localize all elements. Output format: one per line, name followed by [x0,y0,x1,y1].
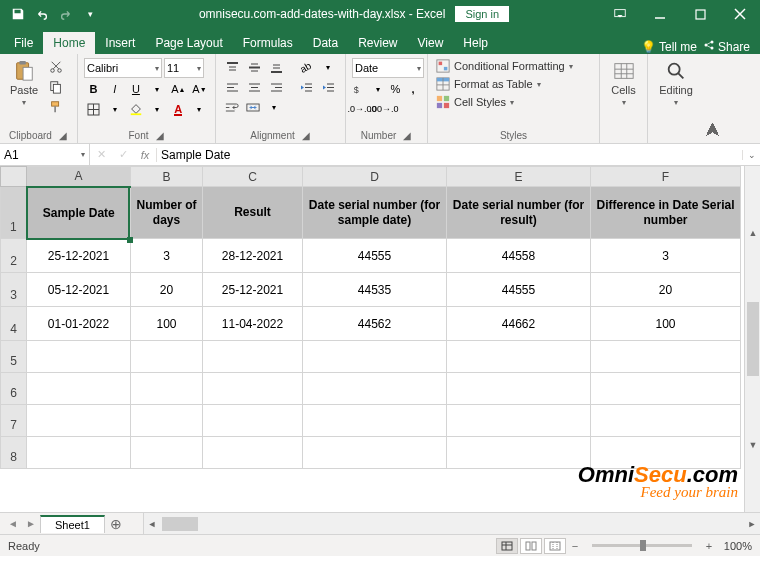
chevron-down-icon[interactable]: ▾ [318,58,338,76]
page-layout-view-button[interactable] [520,538,542,554]
row-header-8[interactable]: 8 [1,437,27,469]
row-header-7[interactable]: 7 [1,405,27,437]
cell-A3[interactable]: 05-12-2021 [27,273,131,307]
col-header-A[interactable]: A [27,167,131,187]
tab-nav-prev[interactable]: ◄ [4,518,22,529]
cell-C3[interactable]: 25-12-2021 [203,273,303,307]
vertical-scrollbar[interactable]: ▲ ▼ [744,166,760,512]
chevron-down-icon[interactable]: ▾ [264,98,284,116]
zoom-value[interactable]: 100% [724,540,752,552]
merge-center-icon[interactable] [244,98,262,116]
tab-view[interactable]: View [408,32,454,54]
save-icon[interactable] [8,4,28,24]
cell-E1[interactable]: Date serial number (for result) [447,187,591,239]
tell-me-button[interactable]: 💡 Tell me [641,40,697,54]
cells-button[interactable]: Cells ▾ [606,56,641,107]
cell-A4[interactable]: 01-01-2022 [27,307,131,341]
enter-formula-icon[interactable]: ✓ [112,148,134,161]
cell-D4[interactable]: 44562 [303,307,447,341]
tab-insert[interactable]: Insert [95,32,145,54]
row-header-6[interactable]: 6 [1,373,27,405]
row-header-4[interactable]: 4 [1,307,27,341]
name-box[interactable]: ▾ [0,144,90,165]
page-break-view-button[interactable] [544,538,566,554]
tab-page-layout[interactable]: Page Layout [145,32,232,54]
scroll-left-icon[interactable]: ◄ [144,513,160,534]
align-top-icon[interactable] [222,58,242,76]
cell-C2[interactable]: 28-12-2021 [203,239,303,273]
cell-B4[interactable]: 100 [131,307,203,341]
bold-button[interactable]: B [84,80,103,98]
col-header-D[interactable]: D [303,167,447,187]
wrap-text-icon[interactable] [222,98,242,116]
spreadsheet-grid[interactable]: A B C D E F 1 Sample Date Number of days… [0,166,741,469]
format-as-table-button[interactable]: Format as Table▾ [434,76,593,92]
ribbon-options-icon[interactable] [600,0,640,28]
align-center-icon[interactable] [244,78,264,96]
tab-file[interactable]: File [4,32,43,54]
paste-button[interactable]: Paste ▾ [6,56,42,107]
zoom-out-button[interactable]: − [568,540,582,552]
col-header-E[interactable]: E [447,167,591,187]
cell-B2[interactable]: 3 [131,239,203,273]
cancel-formula-icon[interactable]: ✕ [90,148,112,161]
expand-formula-bar-icon[interactable]: ⌄ [742,150,760,160]
cell-B3[interactable]: 20 [131,273,203,307]
col-header-B[interactable]: B [131,167,203,187]
cell-A5[interactable] [27,341,131,373]
row-header-3[interactable]: 3 [1,273,27,307]
font-dialog-launcher[interactable]: ◢ [155,131,165,141]
row-header-2[interactable]: 2 [1,239,27,273]
number-format-combo[interactable]: Date▾ [352,58,424,78]
font-size-combo[interactable]: 11▾ [164,58,204,78]
underline-button[interactable]: U [126,80,145,98]
zoom-slider-thumb[interactable] [640,540,646,551]
col-header-F[interactable]: F [591,167,741,187]
scroll-up-icon[interactable]: ▲ [745,166,760,300]
scroll-down-icon[interactable]: ▼ [745,378,760,512]
tab-data[interactable]: Data [303,32,348,54]
chevron-down-icon[interactable]: ▾ [81,150,85,159]
align-right-icon[interactable] [266,78,286,96]
font-color-icon[interactable]: A [169,100,188,118]
chevron-down-icon[interactable]: ▾ [105,100,124,118]
format-painter-icon[interactable] [46,98,66,116]
cell-A2[interactable]: 25-12-2021 [27,239,131,273]
chevron-down-icon[interactable]: ▾ [148,80,167,98]
decrease-decimal-icon[interactable]: .00→.0 [374,100,394,118]
cell-E3[interactable]: 44555 [447,273,591,307]
sign-in-button[interactable]: Sign in [455,6,509,22]
redo-icon[interactable] [56,4,76,24]
cell-E4[interactable]: 44662 [447,307,591,341]
cell-styles-button[interactable]: Cell Styles▾ [434,94,593,110]
cell-C1[interactable]: Result [203,187,303,239]
alignment-dialog-launcher[interactable]: ◢ [301,131,311,141]
tab-review[interactable]: Review [348,32,407,54]
maximize-icon[interactable] [680,0,720,28]
col-header-C[interactable]: C [203,167,303,187]
tab-nav-next[interactable]: ► [22,518,40,529]
minimize-icon[interactable] [640,0,680,28]
borders-icon[interactable] [84,100,103,118]
chevron-down-icon[interactable]: ▾ [148,100,167,118]
number-dialog-launcher[interactable]: ◢ [402,131,412,141]
clipboard-dialog-launcher[interactable]: ◢ [58,131,68,141]
tab-help[interactable]: Help [453,32,498,54]
tab-formulas[interactable]: Formulas [233,32,303,54]
qat-dropdown-icon[interactable]: ▾ [80,4,100,24]
conditional-formatting-button[interactable]: Conditional Formatting▾ [434,58,593,74]
percent-format-icon[interactable]: % [388,80,404,98]
align-bottom-icon[interactable] [266,58,286,76]
increase-indent-icon[interactable] [318,78,338,96]
font-name-combo[interactable]: Calibri▾ [84,58,162,78]
cell-D3[interactable]: 44535 [303,273,447,307]
cell-B1[interactable]: Number of days [131,187,203,239]
chevron-down-icon[interactable]: ▾ [370,80,386,98]
cell-D2[interactable]: 44555 [303,239,447,273]
tab-home[interactable]: Home [43,32,95,54]
cut-icon[interactable] [46,58,66,76]
align-middle-icon[interactable] [244,58,264,76]
row-header-5[interactable]: 5 [1,341,27,373]
cell-F1[interactable]: Difference in Date Serial number [591,187,741,239]
decrease-indent-icon[interactable] [296,78,316,96]
